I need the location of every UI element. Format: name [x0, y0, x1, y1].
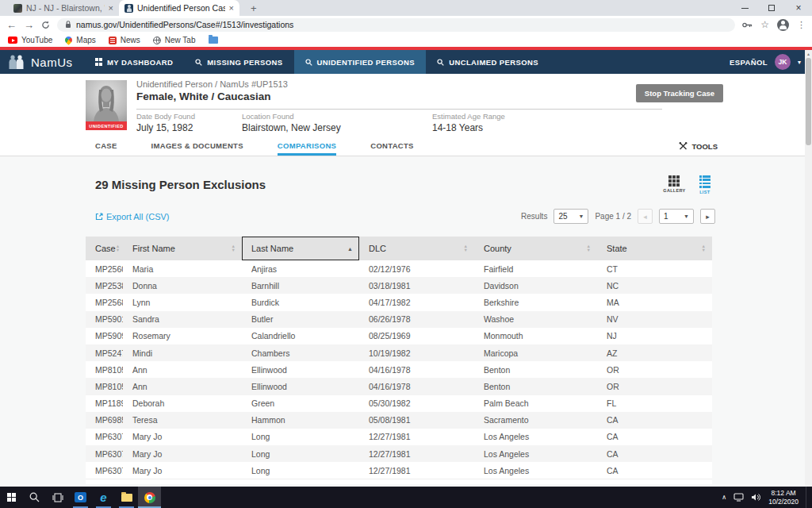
taskbar-file-explorer-button[interactable]: [115, 487, 138, 508]
tab-close-icon[interactable]: ×: [229, 3, 234, 13]
browser-tab-princess[interactable]: NJ - NJ - Blairstown, 'Princess Do ×: [8, 0, 119, 16]
password-key-icon[interactable]: [742, 21, 753, 29]
table-row[interactable]: MP11891 Deborah Green 05/30/1982 Palm Be…: [86, 395, 712, 412]
bust-reconstruction-image: [86, 80, 127, 121]
taskbar-search-button[interactable]: [23, 487, 46, 508]
column-header-last-name[interactable]: Last Name▲: [242, 237, 359, 260]
bookmark-newtab[interactable]: New Tab: [153, 36, 196, 44]
table-row[interactable]: MP25680 Lynn Burdick 04/17/1982 Berkshir…: [86, 294, 712, 310]
show-desktop-button[interactable]: [806, 487, 809, 508]
cell-case-id[interactable]: MP2560: [86, 260, 123, 277]
stop-tracking-case-button[interactable]: Stop Tracking Case: [636, 84, 723, 102]
tab-images-documents[interactable]: IMAGES & DOCUMENTS: [151, 137, 243, 156]
chevron-down-icon[interactable]: ▾: [798, 59, 801, 66]
results-per-page-select[interactable]: 25 ▼: [553, 209, 588, 224]
page-indicator: Page 1 / 2: [595, 212, 631, 221]
scrollbar-thumb[interactable]: [806, 58, 811, 145]
table-row[interactable]: MP5247 Mindi Chambers 10/19/1982 Maricop…: [86, 344, 712, 361]
column-header-dlc[interactable]: DLC▲▼: [359, 237, 474, 260]
column-header-first-name[interactable]: First Name▲▼: [123, 237, 242, 260]
column-header-case[interactable]: Case▲▼: [86, 237, 123, 260]
network-icon[interactable]: [733, 493, 744, 502]
forward-icon[interactable]: →: [24, 19, 34, 31]
volume-icon[interactable]: [751, 493, 761, 502]
cell-case-id[interactable]: MP6307: [86, 462, 123, 479]
cell-case-id[interactable]: MP8105: [86, 361, 123, 378]
prev-page-button[interactable]: ◂: [638, 209, 653, 224]
reload-icon[interactable]: [41, 21, 50, 29]
close-button[interactable]: ×: [785, 0, 812, 16]
table-row[interactable]: MP6307 Mary Jo Long 12/27/1981 Los Angel…: [86, 445, 712, 462]
task-view-button[interactable]: [46, 487, 69, 508]
cell-case-id[interactable]: MP5901: [86, 311, 123, 328]
cell-last-name: Green: [242, 395, 359, 412]
taskbar-chrome-button[interactable]: [138, 487, 161, 508]
export-all-csv-link[interactable]: Export All (CSV): [95, 212, 169, 221]
nav-item-missing-persons[interactable]: MISSING PERSONS: [184, 50, 293, 74]
browser-menu-icon[interactable]: ⋮: [797, 20, 806, 30]
tab-comparisons[interactable]: COMPARISONS: [278, 137, 336, 156]
bookmark-youtube[interactable]: YouTube: [8, 36, 52, 44]
cell-case-id[interactable]: MP8105: [86, 378, 123, 394]
cell-case-id[interactable]: MP25680: [86, 294, 123, 310]
nav-item-dashboard[interactable]: MY DASHBOARD: [84, 50, 185, 74]
list-view-button[interactable]: LIST: [699, 175, 711, 194]
cell-case-id[interactable]: MP6307: [86, 429, 123, 445]
table-row[interactable]: MP5909 Rosemary Calandriello 08/25/1969 …: [86, 328, 712, 344]
table-row[interactable]: MP2560 Maria Anjiras 02/12/1976 Fairfiel…: [86, 260, 712, 277]
nav-item-unidentified-persons[interactable]: UNIDENTIFIED PERSONS: [294, 50, 427, 74]
page-number-select[interactable]: 1 ▼: [659, 209, 694, 224]
chrome-icon: [144, 492, 155, 503]
taskbar-clock[interactable]: 8:12 AM 10/2/2020: [768, 489, 799, 506]
start-button[interactable]: [0, 487, 23, 508]
column-header-county[interactable]: County▲▼: [474, 237, 597, 260]
chevron-down-icon: ▼: [684, 214, 689, 219]
browser-profile-icon[interactable]: [777, 19, 789, 31]
cell-last-name: Calandriello: [242, 328, 359, 344]
next-page-button[interactable]: ▸: [700, 209, 715, 224]
gallery-view-button[interactable]: GALLERY: [663, 175, 685, 194]
page-scrollbar[interactable]: ▲: [805, 50, 812, 487]
cell-county: Berkshire: [474, 294, 597, 310]
cell-case-id[interactable]: MP5247: [86, 344, 123, 361]
cell-first-name: Mary Jo: [123, 462, 242, 479]
minimize-button[interactable]: [731, 0, 758, 16]
column-header-state[interactable]: State▲▼: [597, 237, 712, 260]
browser-tab-case[interactable]: Unidentified Person Case ×: [119, 0, 239, 16]
table-row[interactable]: MP5901 Sandra Butler 06/26/1978 Washoe N…: [86, 311, 712, 328]
taskbar-ie-button[interactable]: e: [92, 487, 115, 508]
case-photo[interactable]: [86, 80, 127, 121]
tab-close-icon[interactable]: ×: [109, 3, 113, 13]
cell-dlc: 05/30/1982: [359, 395, 474, 412]
table-body: MP2560 Maria Anjiras 02/12/1976 Fairfiel…: [86, 260, 712, 479]
cell-case-id[interactable]: MP6985: [86, 412, 123, 429]
bookmark-star-icon[interactable]: ☆: [760, 19, 769, 30]
table-row[interactable]: MP6985 Teresa Hammon 05/08/1981 Sacramen…: [86, 412, 712, 429]
table-row[interactable]: MP2538 Donna Barnhill 03/18/1981 Davidso…: [86, 277, 712, 294]
taskbar-outlook-button[interactable]: O: [69, 487, 92, 508]
back-icon[interactable]: ←: [6, 19, 17, 31]
nav-item-unclaimed-persons[interactable]: UNCLAIMED PERSONS: [426, 50, 550, 74]
table-row[interactable]: MP8105 Ann Ellinwood 04/16/1978 Benton O…: [86, 378, 712, 394]
tools-button[interactable]: TOOLS: [679, 137, 718, 156]
table-row[interactable]: MP6307 Mary Jo Long 12/27/1981 Los Angel…: [86, 429, 712, 445]
bookmark-maps[interactable]: Maps: [65, 36, 95, 44]
tab-contacts[interactable]: CONTACTS: [370, 137, 413, 156]
table-row[interactable]: MP8105 Ann Ellinwood 04/16/1978 Benton O…: [86, 361, 712, 378]
bookmark-news[interactable]: News: [109, 36, 140, 44]
new-tab-button[interactable]: +: [246, 0, 262, 16]
url-bar[interactable]: namus.gov/UnidentifiedPersons/Case#/1513…: [57, 18, 735, 32]
maximize-button[interactable]: [758, 0, 785, 16]
cell-case-id[interactable]: MP5909: [86, 328, 123, 344]
language-toggle[interactable]: ESPAÑOL: [730, 58, 768, 67]
tab-case[interactable]: CASE: [95, 137, 117, 156]
scroll-up-icon[interactable]: ▲: [805, 50, 812, 58]
cell-case-id[interactable]: MP2538: [86, 277, 123, 294]
tray-chevron-up-icon[interactable]: ∧: [722, 494, 726, 501]
cell-case-id[interactable]: MP6307: [86, 445, 123, 462]
namus-logo[interactable]: NamUs: [0, 50, 84, 74]
cell-case-id[interactable]: MP11891: [86, 395, 123, 412]
bookmark-folder[interactable]: [209, 37, 218, 44]
table-row[interactable]: MP6307 Mary Jo Long 12/27/1981 Los Angel…: [86, 462, 712, 479]
user-avatar[interactable]: JK: [775, 54, 791, 70]
